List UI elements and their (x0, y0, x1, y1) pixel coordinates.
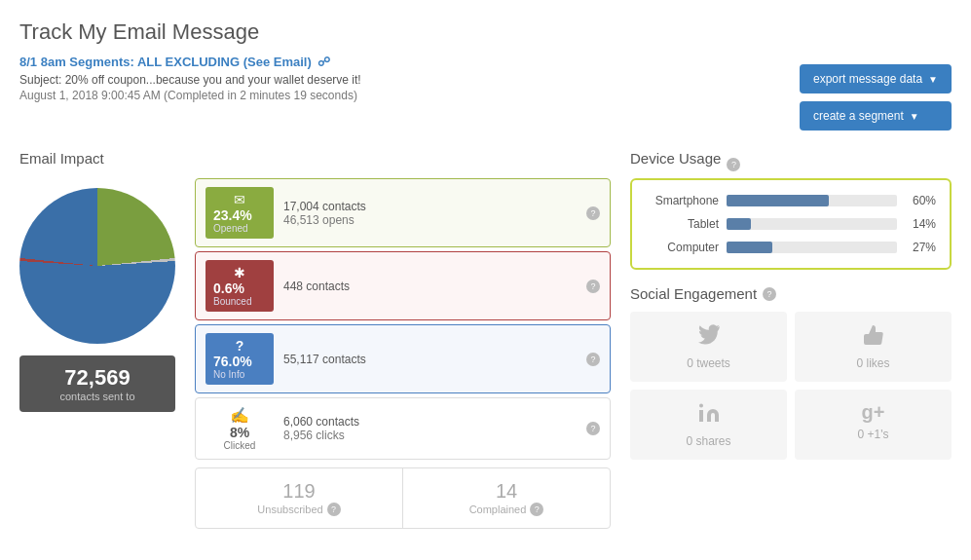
opened-label: Opened (213, 223, 266, 234)
clicked-label: Clicked (205, 440, 274, 451)
bounced-contacts: 448 contacts (283, 280, 577, 293)
complained-info-icon[interactable]: ? (530, 503, 543, 516)
social-card-twitter: 0 tweets (630, 312, 787, 382)
pie-chart-wrap (19, 188, 175, 344)
device-bar-wrap-smartphone (727, 195, 897, 206)
device-bar-wrap-computer (727, 242, 897, 253)
unsubscribed-stat: 119 Unsubscribed ? (196, 468, 403, 528)
clicked-pct: 8% (205, 425, 274, 440)
edit-icon[interactable]: ☍ (317, 55, 330, 69)
bounced-pct: 0.6% (213, 280, 266, 296)
device-label-tablet: Tablet (646, 217, 719, 231)
opened-opens: 46,513 opens (283, 213, 577, 227)
unsubscribed-label: Unsubscribed ? (207, 503, 391, 516)
stat-card-clicked: ✍ 8% Clicked 6,060 contacts 8,956 clicks… (195, 397, 611, 460)
device-usage-title: Device Usage (630, 150, 721, 167)
stat-card-opened: ✉ 23.4% Opened 17,004 contacts 46,513 op… (195, 178, 611, 247)
segment-line: 8/1 8am Segments: ALL EXCLUDING (See Ema… (19, 55, 361, 69)
social-engagement-title: Social Engagement (630, 285, 757, 302)
device-row-tablet: Tablet 14% (646, 217, 936, 231)
stat-card-noinfo: ? 76.0% No Info 55,117 contacts ? (195, 324, 611, 393)
social-card-googleplus: g+ 0 +1's (795, 390, 952, 460)
contacts-number: 72,569 (35, 365, 160, 391)
twitter-count: 0 tweets (642, 356, 775, 370)
device-bar-wrap-tablet (727, 218, 897, 230)
header-row: 8/1 8am Segments: ALL EXCLUDING (See Ema… (19, 55, 952, 131)
social-grid: 0 tweets 0 likes 0 shares g+ 0 +1's (630, 312, 952, 460)
device-label-computer: Computer (646, 241, 719, 254)
clicked-contacts: 6,060 contacts (283, 415, 577, 429)
thumbsup-icon (806, 323, 940, 353)
left-panel: Email Impact 72,569 contacts sent to (19, 150, 611, 529)
bounce-icon: ✱ (213, 265, 266, 280)
pie-chart (19, 188, 175, 344)
complained-stat: 14 Complained ? (403, 468, 610, 528)
clicked-pct-block: ✍ 8% Clicked (205, 406, 274, 451)
device-pct-smartphone: 60% (905, 194, 936, 207)
create-segment-button[interactable]: create a segment ▼ (800, 101, 952, 131)
main-content: Email Impact 72,569 contacts sent to (19, 150, 952, 529)
opened-detail: 17,004 contacts 46,513 opens (283, 200, 577, 227)
noinfo-pct: 76.0% (213, 354, 266, 369)
linkedin-icon (642, 401, 775, 430)
contacts-box: 72,569 contacts sent to (19, 355, 175, 412)
email-impact-title: Email Impact (19, 150, 611, 167)
likes-count: 0 likes (806, 356, 940, 370)
noinfo-detail: 55,117 contacts (283, 353, 577, 366)
envelope-icon: ✉ (213, 192, 266, 207)
clicked-detail: 6,060 contacts 8,956 clicks (283, 415, 577, 442)
device-bar-tablet (727, 218, 751, 230)
page-title: Track My Email Message (19, 19, 952, 45)
cursor-icon: ✍ (205, 406, 274, 425)
device-section: Smartphone 60% Tablet 14% Computer (630, 178, 952, 270)
social-engagement-title-row: Social Engagement ? (630, 285, 952, 302)
export-button[interactable]: export message data ▼ (800, 64, 952, 93)
date-line: August 1, 2018 9:00:45 AM (Completed in … (19, 89, 361, 102)
opened-pct: 23.4% (213, 207, 266, 223)
device-bar-smartphone (727, 195, 829, 206)
complained-number: 14 (415, 480, 598, 503)
clicked-info-icon[interactable]: ? (586, 422, 600, 435)
bounced-icon-block: ✱ 0.6% Bounced (205, 260, 274, 312)
device-row-smartphone: Smartphone 60% (646, 194, 936, 207)
device-row-computer: Computer 27% (646, 241, 936, 254)
header-buttons: export message data ▼ create a segment ▼ (800, 64, 952, 131)
clicked-clicks: 8,956 clicks (283, 429, 577, 442)
complained-label: Complained ? (415, 503, 598, 516)
noinfo-label: No Info (213, 369, 266, 380)
bounced-detail: 448 contacts (283, 280, 577, 293)
opened-icon-block: ✉ 23.4% Opened (205, 187, 274, 239)
shares-count: 0 shares (642, 434, 775, 448)
plusones-count: 0 +1's (806, 428, 940, 441)
device-pct-computer: 27% (905, 241, 936, 254)
contacts-label: contacts sent to (35, 391, 160, 402)
device-usage-info-icon[interactable]: ? (727, 158, 740, 171)
stats-column: ✉ 23.4% Opened 17,004 contacts 46,513 op… (195, 178, 611, 529)
bounced-label: Bounced (213, 296, 266, 307)
question-mark-icon: ? (213, 338, 266, 354)
opened-contacts: 17,004 contacts (283, 200, 577, 213)
impact-body: 72,569 contacts sent to ✉ 23.4% Opened 1… (19, 178, 611, 529)
noinfo-contacts: 55,117 contacts (283, 353, 577, 366)
opened-info-icon[interactable]: ? (586, 206, 600, 220)
googleplus-icon: g+ (806, 401, 940, 424)
unsubscribed-info-icon[interactable]: ? (327, 503, 341, 516)
chevron-down-icon: ▼ (928, 74, 938, 85)
noinfo-icon-block: ? 76.0% No Info (205, 333, 274, 385)
noinfo-info-icon[interactable]: ? (586, 353, 600, 366)
subject-line: Subject: 20% off coupon...because you an… (19, 73, 361, 87)
twitter-icon (642, 323, 775, 353)
social-card-likes: 0 likes (795, 312, 952, 382)
chevron-down-icon: ▼ (910, 111, 919, 122)
right-panel: Device Usage ? Smartphone 60% Tablet 14% (630, 150, 952, 529)
unsubscribed-number: 119 (207, 480, 391, 503)
social-engagement-info-icon[interactable]: ? (763, 287, 776, 301)
bottom-stats: 119 Unsubscribed ? 14 Complained ? (195, 467, 611, 529)
device-bar-computer (727, 242, 772, 253)
bounced-info-icon[interactable]: ? (586, 280, 600, 293)
device-usage-title-row: Device Usage ? (630, 150, 952, 178)
header-left: 8/1 8am Segments: ALL EXCLUDING (See Ema… (19, 55, 361, 102)
stat-card-bounced: ✱ 0.6% Bounced 448 contacts ? (195, 251, 611, 320)
social-card-linkedin: 0 shares (630, 390, 787, 460)
pie-and-contacts: 72,569 contacts sent to (19, 178, 175, 412)
